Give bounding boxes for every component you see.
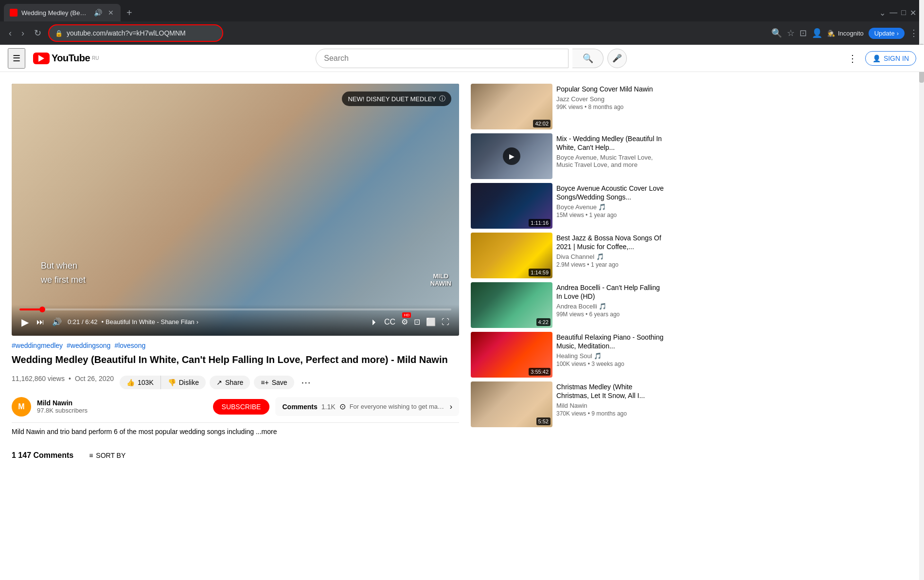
comments-header: 1 147 Comments ≡ SORT BY [12,449,459,462]
video-description: Mild Nawin and trio band perform 6 of th… [12,427,277,437]
update-button[interactable]: Update › [869,28,905,39]
sidebar-video-6[interactable]: 5:52 Christmas Medley (White Christmas, … [471,381,666,427]
sidebar-duration-4: 4:22 [536,318,551,326]
window-close-icon[interactable]: ✕ [910,8,916,18]
sidebar-video-2[interactable]: 1:11:16 Boyce Avenue Acoustic Cover Love… [471,183,666,229]
info-icon[interactable]: ⓘ [439,94,445,103]
hamburger-menu-button[interactable]: ☰ [8,48,25,69]
autoplay-button[interactable]: ⏵ [369,316,380,328]
tab-close-icon[interactable]: ✕ [107,8,115,18]
address-bar[interactable] [67,29,216,37]
channel-info: Mild Nawin 97.8K subscribers [37,399,207,414]
youtube-logo-text: YouTube [52,53,90,64]
description-more[interactable]: ...more [256,428,277,435]
sidebar-meta-2: 15M views • 1 year ago [556,212,666,218]
toolbar-right: 🔍 ☆ ⊡ 👤 🕵 Incognito Update › ⋮ [771,28,918,39]
comments-count-big: 1 147 Comments [12,451,73,460]
sidebar-duration-2: 1:11:16 [529,219,551,227]
browser-chrome: Wedding Medley (Beautiful... 🔊 ✕ + ⌄ — □… [0,0,924,45]
bullet: • [101,318,104,326]
sidebar-thumbnail-6: 5:52 [471,381,552,427]
progress-thumb[interactable] [39,307,45,312]
sidebar-meta-6: 370K views • 9 months ago [556,410,666,417]
subscribe-button[interactable]: SUBSCRIBE [213,399,270,415]
sidebar: 42:02 Popular Song Cover Mild Nawin Jazz… [471,84,666,462]
search-icon[interactable]: 🔍 [771,28,782,38]
sidebar-channel-0: Jazz Cover Song [556,95,666,103]
controls-right: ⏵ CC ⚙ ⊡ ⬜ ⛶ [369,315,451,328]
youtube-logo[interactable]: YouTubeRU [33,53,99,64]
refresh-button[interactable]: ↻ [31,26,44,40]
profile-icon[interactable]: 👤 [812,28,822,38]
fullscreen-button[interactable]: ⛶ [440,316,451,328]
hashtags: #weddingmedley #weddingsong #lovesong [12,342,459,349]
share-icon: ↗ [216,379,222,386]
hashtag-lovesong[interactable]: #lovesong [114,342,145,349]
sidebar-info-5: Beautiful Relaxing Piano - Soothing Musi… [556,332,666,378]
video-meta: 11,162,860 views • Oct 26, 2020 [12,375,114,382]
voice-search-button[interactable]: 🎤 [607,49,627,68]
incognito-icon: 🕵 [827,30,835,37]
sort-icon: ≡ [89,452,93,459]
like-button[interactable]: 👍 103K [120,376,161,389]
sidebar-video-5[interactable]: 3:55:42 Beautiful Relaxing Piano - Sooth… [471,332,666,378]
youtube-logo-icon [33,53,50,64]
sidebar-video-3[interactable]: 1:14:59 Best Jazz & Bossa Nova Songs Of … [471,233,666,278]
back-button[interactable]: ‹ [6,26,15,40]
window-maximize-icon[interactable]: □ [901,8,906,17]
hashtag-weddingmedley[interactable]: #weddingmedley [12,342,63,349]
search-input[interactable] [316,54,568,63]
video-player[interactable]: NEW! DISNEY DUET MEDLEY ⓘ But when we fi… [12,84,459,336]
search-button[interactable]: 🔍 [572,49,604,68]
window-minimize-icon[interactable]: — [889,8,897,17]
channel-name[interactable]: Mild Nawin [37,399,207,407]
sidebar-thumbnail-0: 42:02 [471,84,552,129]
sidebar-video-1[interactable]: ▶ Mix - Wedding Medley (Beautiful In Whi… [471,133,666,179]
next-button[interactable]: ⏭ [35,316,46,328]
comments-preview[interactable]: Comments 1.1K ⊙ For everyone wishing to … [275,397,459,416]
sidebar-thumbnail-5: 3:55:42 [471,332,552,378]
progress-bar[interactable] [19,308,451,310]
sidebar-video-0[interactable]: 42:02 Popular Song Cover Mild Nawin Jazz… [471,84,666,129]
share-button[interactable]: ↗ Share [210,376,250,389]
tab-mute-icon[interactable]: 🔊 [93,8,103,18]
forward-button[interactable]: › [18,26,27,40]
sidebar-meta-5: 100K views • 3 weeks ago [556,361,666,367]
more-actions-button[interactable]: ⋯ [298,374,314,391]
sidebar-thumbnail-3: 1:14:59 [471,233,552,278]
sidebar-thumbnail-2: 1:11:16 [471,183,552,229]
youtube-page: ☰ YouTubeRU 🔍 🎤 ⋮ 👤 SIGN IN [0,45,924,580]
sidebar-duration-6: 5:52 [536,417,551,425]
theater-button[interactable]: ⬜ [424,315,438,328]
channel-row: M Mild Nawin 97.8K subscribers SUBSCRIBE… [12,397,459,423]
browser-menu-icon[interactable]: ⋮ [909,28,918,38]
tab-favicon [10,9,18,17]
time-display: 0:21 / 6:42 [68,318,97,326]
window-menu-icon[interactable]: ⌄ [879,8,886,18]
active-tab[interactable]: Wedding Medley (Beautiful... 🔊 ✕ [4,4,121,21]
more-options-button[interactable]: ⋮ [844,49,861,68]
miniplayer-button[interactable]: ⊡ [412,315,422,328]
channel-avatar[interactable]: M [12,397,31,417]
tab-overview-icon[interactable]: ⊡ [800,28,807,38]
settings-button[interactable]: ⚙ [399,315,410,328]
video-section: NEW! DISNEY DUET MEDLEY ⓘ But when we fi… [12,84,459,462]
new-tab-button[interactable]: + [123,5,136,20]
dislike-button[interactable]: 👎 Dislike [161,376,206,389]
video-thumbnail [12,84,459,336]
play-button[interactable]: ▶ [19,314,31,330]
scrollbar[interactable] [919,0,924,580]
volume-button[interactable]: 🔊 [50,315,64,328]
dislike-icon: 👎 [168,379,176,386]
sidebar-video-4[interactable]: 4:22 Andrea Bocelli - Can't Help Falling… [471,282,666,328]
like-dislike-group: 👍 103K 👎 Dislike [120,376,206,389]
sign-in-button[interactable]: 👤 SIGN IN [865,51,916,66]
save-button[interactable]: ≡+ Save [254,376,294,389]
chapter-display[interactable]: • Beautiful In White - Shane Filan › [101,318,198,326]
comment-arrow-icon[interactable]: › [450,402,452,411]
hashtag-weddingsong[interactable]: #weddingsong [67,342,110,349]
address-bar-container[interactable]: 🔒 [48,24,223,42]
bookmark-icon[interactable]: ☆ [787,28,795,38]
sort-button[interactable]: ≡ SORT BY [85,449,129,462]
subtitle-button[interactable]: CC [382,316,397,328]
